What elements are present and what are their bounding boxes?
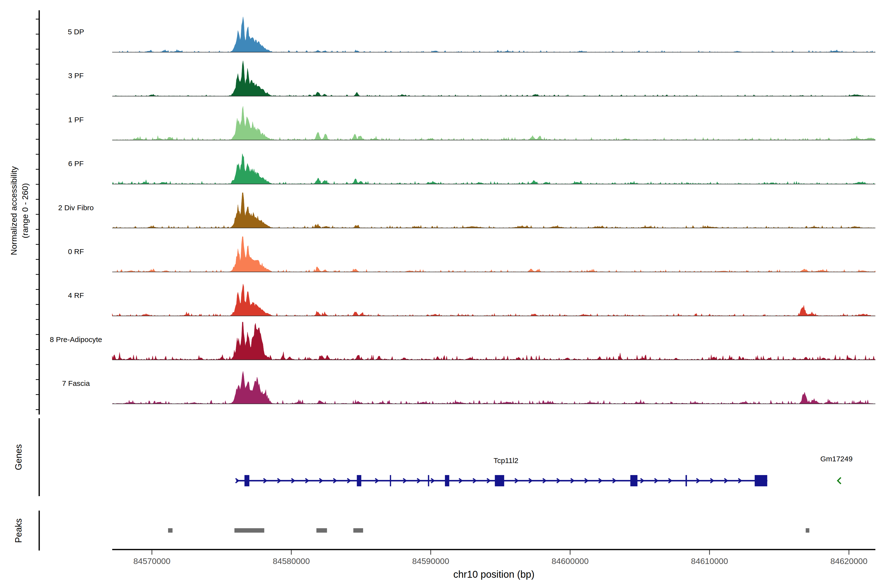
coverage-area-2-div-fibro xyxy=(112,193,875,228)
track-label-2-div-fibro: 2 Div Fibro xyxy=(58,204,94,212)
gene-gm17249-strand-arrow-icon xyxy=(838,477,841,484)
exon-tcp11l2-7 xyxy=(630,475,638,486)
peak-region-3 xyxy=(316,528,327,532)
track-2-div-fibro: 2 Div Fibro xyxy=(58,193,875,228)
exon-tcp11l2-9 xyxy=(754,475,767,486)
coverage-area-8-pre-adipocyte xyxy=(112,322,875,360)
tracks-axis-bracket xyxy=(36,10,39,414)
peaks-section-label: Peaks xyxy=(14,518,24,543)
y-axis-label-line1: Normalized accessibility xyxy=(9,166,18,255)
track-0-rf: 0 RF xyxy=(68,237,875,272)
x-axis-tick-label: 84590000 xyxy=(412,556,449,566)
x-axis: 8457000084580000845900008460000084610000… xyxy=(112,549,875,566)
coverage-area-5-dp xyxy=(112,17,875,52)
track-label-8-pre-adipocyte: 8 Pre-Adipocyte xyxy=(50,335,102,344)
x-axis-tick-label: 84580000 xyxy=(273,556,310,566)
y-axis-label-line2: (range 0 - 260) xyxy=(20,183,30,238)
x-axis-tick-label: 84610000 xyxy=(691,556,728,566)
x-axis-tick-label: 84600000 xyxy=(552,556,588,566)
exon-tcp11l2-5 xyxy=(445,475,449,486)
coverage-area-0-rf xyxy=(112,237,875,272)
track-label-3-pf: 3 PF xyxy=(68,72,84,80)
peak-region-4 xyxy=(353,528,363,532)
peak-region-1 xyxy=(168,528,172,532)
track-1-pf: 1 PF xyxy=(68,106,875,140)
track-label-1-pf: 1 PF xyxy=(68,116,84,124)
exon-tcp11l2-6 xyxy=(495,475,504,486)
track-4-rf: 4 RF xyxy=(68,284,875,316)
peak-regions-group xyxy=(168,528,809,532)
genome-browser-canvas: Normalized accessibility (range 0 - 260)… xyxy=(0,0,882,588)
x-axis-title: chr10 position (bp) xyxy=(453,569,534,580)
track-label-6-pf: 6 PF xyxy=(68,159,84,168)
gene-models-group xyxy=(236,475,841,486)
track-label-7-fascia: 7 Fascia xyxy=(62,379,90,387)
coverage-plot-figure: Normalized accessibility (range 0 - 260)… xyxy=(0,0,882,588)
coverage-area-4-rf xyxy=(112,284,875,316)
track-5-dp: 5 DP xyxy=(68,17,875,52)
genes-section-label: Genes xyxy=(14,444,24,470)
track-6-pf: 6 PF xyxy=(68,154,875,184)
gene-label-tcp11l2: Tcp11l2 xyxy=(494,456,518,465)
coverage-area-1-pf xyxy=(112,106,875,140)
coverage-area-3-pf xyxy=(112,61,875,96)
track-8-pre-adipocyte: 8 Pre-Adipocyte xyxy=(50,322,875,360)
peak-region-5 xyxy=(806,528,810,532)
coverage-area-6-pf xyxy=(112,154,875,184)
exon-tcp11l2-4 xyxy=(428,475,429,486)
x-axis-tick-label: 84620000 xyxy=(830,556,867,566)
x-axis-tick-label: 84570000 xyxy=(133,556,170,566)
coverage-tracks-group: 5 DP3 PF1 PF6 PF2 Div Fibro0 RF4 RF8 Pre… xyxy=(50,17,875,404)
exon-tcp11l2-2 xyxy=(357,475,361,486)
track-7-fascia: 7 Fascia xyxy=(62,371,875,404)
exon-tcp11l2-1 xyxy=(244,475,249,486)
coverage-area-7-fascia xyxy=(112,371,875,404)
peak-region-2 xyxy=(234,528,264,532)
track-3-pf: 3 PF xyxy=(68,61,875,96)
exon-tcp11l2-3 xyxy=(390,475,391,486)
track-label-4-rf: 4 RF xyxy=(68,291,84,299)
gene-label-gm17249: Gm17249 xyxy=(820,455,853,463)
track-label-5-dp: 5 DP xyxy=(68,28,84,36)
track-label-0-rf: 0 RF xyxy=(68,248,84,255)
exon-tcp11l2-8 xyxy=(686,475,687,486)
